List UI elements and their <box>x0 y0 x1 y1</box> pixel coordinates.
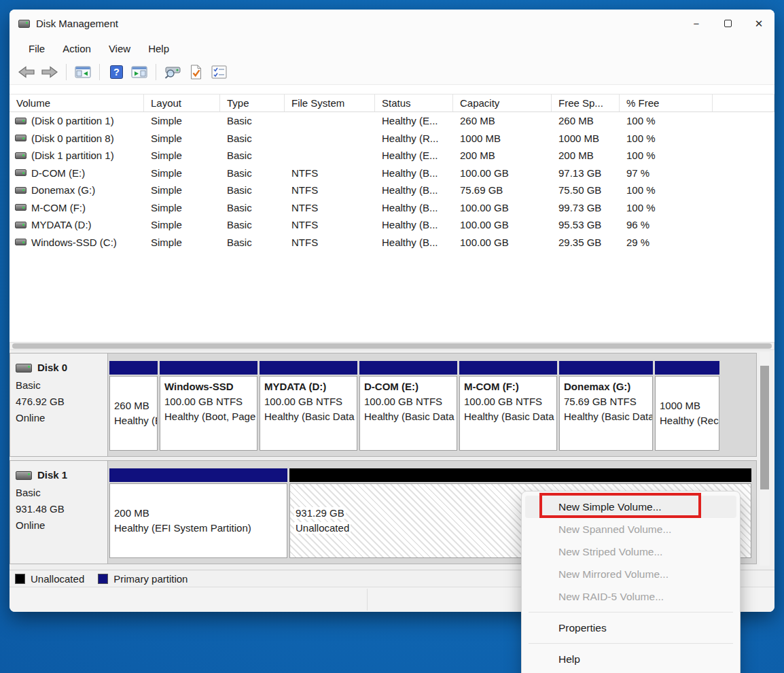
partition-healthy-recovery-partition[interactable]: 1000 MBHealthy (Recovery Partition) <box>655 361 719 451</box>
primary-partition-bar <box>109 361 158 375</box>
cell-volume: Donemax (G:) <box>10 184 144 196</box>
action-pane-icon[interactable] <box>129 63 149 82</box>
check-document-icon[interactable] <box>185 63 206 82</box>
primary-partition-bar <box>260 361 357 375</box>
column-header-free-sp[interactable]: Free Sp... <box>552 94 620 111</box>
checklist-icon[interactable] <box>209 63 229 82</box>
context-menu-separator <box>529 643 733 644</box>
toolbar-separator <box>66 64 67 80</box>
volume-list-header: VolumeLayoutTypeFile SystemStatusCapacit… <box>10 94 774 112</box>
cell-capacity: 200 MB <box>453 150 552 161</box>
minimize-icon[interactable]: − <box>681 10 712 37</box>
cell-file_system: NTFS <box>285 202 375 213</box>
cell-volume: Windows-SSD (C:) <box>10 237 144 248</box>
cell-capacity: 100.00 GB <box>453 167 552 179</box>
column-header-type[interactable]: Type <box>220 94 285 111</box>
context-menu-item-help[interactable]: Help <box>525 648 736 670</box>
column-header-blank <box>713 94 774 111</box>
cell-capacity: 100.00 GB <box>453 202 552 213</box>
menu-view[interactable]: View <box>100 39 139 58</box>
vertical-scrollbar-thumb[interactable] <box>760 366 769 489</box>
cell-capacity: 1000 MB <box>453 133 552 144</box>
cell-layout: Simple <box>144 219 220 230</box>
volume-row-disk-1-partition-1[interactable]: (Disk 1 partition 1)SimpleBasicHealthy (… <box>10 147 774 165</box>
maximize-icon[interactable] <box>712 10 743 37</box>
partition-m-com-f[interactable]: M-COM (F:)100.00 GB NTFSHealthy (Basic D… <box>459 361 557 451</box>
toolbar-separator <box>156 64 156 80</box>
cell-layout: Simple <box>144 202 220 213</box>
partition-healthy-efi-system-partition[interactable]: 200 MBHealthy (EFI System Partition) <box>109 468 287 558</box>
volume-row-windows-ssd-c[interactable]: Windows-SSD (C:)SimpleBasicNTFSHealthy (… <box>10 234 774 252</box>
cell-status: Healthy (R... <box>375 133 453 144</box>
volume-row-disk-0-partition-8[interactable]: (Disk 0 partition 8)SimpleBasicHealthy (… <box>10 130 774 148</box>
primary-partition-bar <box>359 361 457 375</box>
cell-type: Basic <box>220 184 285 196</box>
volume-row-mydata-d[interactable]: MYDATA (D:)SimpleBasicNTFSHealthy (B...1… <box>10 216 774 234</box>
menu-action[interactable]: Action <box>54 39 100 58</box>
cell-file_system: NTFS <box>285 237 375 248</box>
back-icon[interactable] <box>16 63 37 82</box>
console-tree-icon[interactable] <box>73 63 93 82</box>
forward-icon[interactable] <box>39 63 60 82</box>
partition-body: 200 MBHealthy (EFI System Partition) <box>109 483 287 558</box>
menu-bar: FileActionViewHelp <box>10 37 774 60</box>
cell-free_space: 1000 MB <box>552 133 620 144</box>
cell-free_space: 75.50 GB <box>552 184 620 196</box>
toolbar: ? <box>10 60 774 85</box>
volume-list-rows: (Disk 0 partition 1)SimpleBasicHealthy (… <box>10 112 774 251</box>
cell-free_space: 97.13 GB <box>552 167 620 179</box>
cell-volume: MYDATA (D:) <box>10 219 144 230</box>
partition-d-com-e[interactable]: D-COM (E:)100.00 GB NTFSHealthy (Basic D… <box>359 361 457 451</box>
primary-partition-bar <box>459 361 557 375</box>
column-header-layout[interactable]: Layout <box>144 94 220 111</box>
cell-layout: Simple <box>144 115 220 126</box>
partition-windows-ssd[interactable]: Windows-SSD100.00 GB NTFSHealthy (Boot, … <box>160 361 257 451</box>
svg-text:?: ? <box>113 67 120 77</box>
horizontal-scrollbar[interactable] <box>10 342 774 350</box>
volume-row-donemax-g[interactable]: Donemax (G:)SimpleBasicNTFSHealthy (B...… <box>10 182 774 199</box>
column-header-capacity[interactable]: Capacity <box>453 94 552 111</box>
partition-donemax-g[interactable]: Donemax (G:)75.69 GB NTFSHealthy (Basic … <box>559 361 653 451</box>
cell-layout: Simple <box>144 133 220 144</box>
volume-row-disk-0-partition-1[interactable]: (Disk 0 partition 1)SimpleBasicHealthy (… <box>10 112 774 130</box>
horizontal-scrollbar-thumb[interactable] <box>12 343 772 349</box>
cell-status: Healthy (B... <box>375 202 453 213</box>
title-bar: Disk Management − ✕ <box>10 10 774 37</box>
partition-body: M-COM (F:)100.00 GB NTFSHealthy (Basic D… <box>459 376 557 451</box>
close-icon[interactable]: ✕ <box>743 10 774 37</box>
cell-capacity: 100.00 GB <box>453 219 552 230</box>
cell-status: Healthy (B... <box>375 184 453 196</box>
legend-swatch-unallocated <box>15 574 25 584</box>
cell-free_space: 29.35 GB <box>552 237 620 248</box>
context-menu-item-new-simple-volume[interactable]: New Simple Volume... <box>525 496 736 518</box>
menu-help[interactable]: Help <box>139 39 178 58</box>
disk-label-disk-1[interactable]: Disk 1Basic931.48 GBOnline <box>10 461 108 564</box>
column-header-file-system[interactable]: File System <box>285 94 375 111</box>
help-icon[interactable]: ? <box>106 63 126 82</box>
disk-label-disk-0[interactable]: Disk 0Basic476.92 GBOnline <box>10 353 108 456</box>
legend-item-primary-partition: Primary partition <box>98 573 188 585</box>
context-menu-item-properties[interactable]: Properties <box>525 617 736 639</box>
cell-type: Basic <box>220 202 285 213</box>
partition-mydata-d[interactable]: MYDATA (D:)100.00 GB NTFSHealthy (Basic … <box>260 361 357 451</box>
cell-status: Healthy (E... <box>375 150 453 161</box>
column-header-volume[interactable]: Volume <box>10 94 144 111</box>
context-menu: New Simple Volume...New Spanned Volume..… <box>521 491 741 673</box>
cell-type: Basic <box>220 133 285 144</box>
cell-pct_free: 100 % <box>620 184 713 196</box>
partition-healthy-efi-system-partition[interactable]: 260 MBHealthy (EFI System Partition) <box>109 361 158 451</box>
cell-type: Basic <box>220 167 285 179</box>
volume-row-m-com-f[interactable]: M-COM (F:)SimpleBasicNTFSHealthy (B...10… <box>10 199 774 217</box>
volume-list-pane: VolumeLayoutTypeFile SystemStatusCapacit… <box>10 85 774 350</box>
cell-layout: Simple <box>144 150 220 161</box>
vertical-scrollbar[interactable] <box>760 352 770 566</box>
rescan-disks-icon[interactable] <box>162 63 183 82</box>
cell-file_system: NTFS <box>285 219 375 230</box>
column-header-status[interactable]: Status <box>375 94 453 111</box>
cell-status: Healthy (B... <box>375 219 453 230</box>
column-header-free[interactable]: % Free <box>620 94 713 111</box>
cell-file_system: NTFS <box>285 184 375 196</box>
partition-body: Donemax (G:)75.69 GB NTFSHealthy (Basic … <box>559 376 653 451</box>
volume-row-d-com-e[interactable]: D-COM (E:)SimpleBasicNTFSHealthy (B...10… <box>10 165 774 182</box>
menu-file[interactable]: File <box>20 39 54 58</box>
